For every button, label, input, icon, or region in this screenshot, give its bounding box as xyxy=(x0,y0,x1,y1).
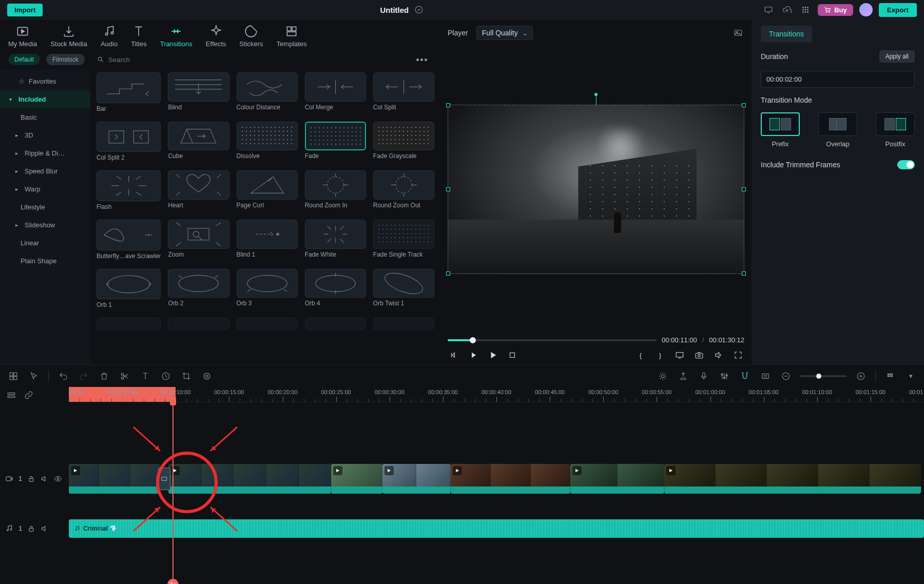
tab-stickers[interactable]: Stickers xyxy=(239,25,263,48)
mark-out-icon[interactable]: } xyxy=(654,349,666,361)
sidebar-item-included[interactable]: ▾Included xyxy=(0,90,90,108)
stop-button[interactable] xyxy=(506,349,518,361)
second-monitor-icon[interactable] xyxy=(673,349,686,361)
sidebar-item-warp[interactable]: ▸Warp xyxy=(0,180,90,198)
track-manager-icon[interactable] xyxy=(5,389,17,401)
render-icon[interactable] xyxy=(657,370,669,382)
grid-menu-icon[interactable] xyxy=(799,4,812,16)
transition-fade[interactable]: Fade xyxy=(305,122,366,162)
tab-transitions[interactable]: Transitions xyxy=(160,25,192,48)
transition-col-merge[interactable]: Col Merge xyxy=(305,72,366,112)
audio-mixer-icon[interactable] xyxy=(718,370,730,382)
snapshot-icon[interactable] xyxy=(693,349,705,361)
prev-frame-button[interactable] xyxy=(448,349,460,361)
layout-icon[interactable] xyxy=(7,370,20,382)
avatar[interactable] xyxy=(859,3,873,16)
tab-titles[interactable]: Titles xyxy=(131,25,147,48)
video-clip-6[interactable]: ▶ xyxy=(570,464,664,494)
preview-frame[interactable] xyxy=(448,105,744,274)
video-track[interactable]: ▶ ▶ ▶ ▶ ▶ ▶ ▶ xyxy=(69,454,924,503)
zoom-out-icon[interactable] xyxy=(780,370,792,382)
transition-orb-4[interactable]: Orb 4 xyxy=(305,269,366,309)
pointer-icon[interactable] xyxy=(28,370,40,382)
mute-icon[interactable] xyxy=(41,524,49,533)
marker-icon[interactable] xyxy=(677,370,689,382)
zoom-in-icon[interactable] xyxy=(855,370,867,382)
video-track-header[interactable]: 1 xyxy=(0,454,69,503)
transition-bar[interactable]: Bar xyxy=(97,72,161,112)
video-clip-2[interactable]: ▶ xyxy=(168,464,331,494)
cloud-upload-icon[interactable] xyxy=(781,4,793,16)
apply-all-button[interactable]: Apply all xyxy=(879,50,915,63)
video-clip-3[interactable]: ▶ xyxy=(331,464,382,494)
volume-icon[interactable] xyxy=(713,349,725,361)
video-clip-1[interactable]: ▶ xyxy=(69,464,160,494)
import-button[interactable]: Import xyxy=(7,4,43,16)
resize-handle-bl[interactable] xyxy=(446,271,450,276)
transition-butterfly[interactable]: Butterfly…ave Scrawler xyxy=(97,220,161,260)
transition-partial-3[interactable] xyxy=(237,318,298,330)
transition-round-zoom-in[interactable]: Round Zoom In xyxy=(305,170,366,210)
sidebar-item-plain-shape[interactable]: Plain Shape xyxy=(0,252,90,270)
library-more-icon[interactable] xyxy=(416,59,432,61)
transition-blind-1[interactable]: Blind 1 xyxy=(237,220,298,260)
speed-icon[interactable] xyxy=(160,370,172,382)
track-size-icon[interactable] xyxy=(884,370,896,382)
include-trimmed-toggle[interactable] xyxy=(897,160,915,169)
next-frame-button[interactable] xyxy=(487,349,499,361)
audio-clip-criminal[interactable]: Criminal 💎 xyxy=(69,519,924,538)
search-input[interactable] xyxy=(108,56,201,64)
transition-marker[interactable] xyxy=(158,468,170,490)
sidebar-item-ripple[interactable]: ▸Ripple & Di… xyxy=(0,144,90,162)
buy-button[interactable]: Buy xyxy=(818,4,853,16)
display-icon[interactable] xyxy=(762,4,775,16)
transition-orb-twist-1[interactable]: Orb Twist 1 xyxy=(373,269,434,309)
sidebar-item-lifestyle[interactable]: Lifestyle xyxy=(0,198,90,216)
sidebar-item-basic[interactable]: Basic xyxy=(0,108,90,126)
resize-handle-br[interactable] xyxy=(742,271,746,276)
tab-stock-media[interactable]: Stock Media xyxy=(50,25,87,48)
split-icon[interactable] xyxy=(119,370,131,382)
transition-orb-3[interactable]: Orb 3 xyxy=(237,269,298,309)
link-icon[interactable] xyxy=(23,389,35,401)
timeline-ruler[interactable]: 00:00:00:0000:00:05:0000:00:10:0000:00:1… xyxy=(69,387,924,402)
track-size-dropdown-icon[interactable]: ▾ xyxy=(904,370,917,382)
sidebar-item-speed-blur[interactable]: ▸Speed Blur xyxy=(0,162,90,180)
mark-in-icon[interactable]: { xyxy=(634,349,647,361)
transition-cube[interactable]: Cube xyxy=(168,122,229,162)
mute-icon[interactable] xyxy=(41,475,49,483)
tab-audio[interactable]: Audio xyxy=(101,25,118,48)
mode-prefix[interactable]: Prefix xyxy=(761,112,800,148)
image-icon[interactable] xyxy=(732,27,744,39)
duration-input[interactable] xyxy=(761,71,915,88)
transition-flash[interactable]: Flash xyxy=(97,170,161,210)
transition-col-split[interactable]: Col Split xyxy=(373,72,434,112)
transition-blind[interactable]: Blind xyxy=(168,72,229,112)
sidebar-item-3d[interactable]: ▸3D xyxy=(0,126,90,144)
tab-effects[interactable]: Effects xyxy=(206,25,226,48)
mode-overlap[interactable]: Overlap xyxy=(818,112,857,148)
transition-partial-2[interactable] xyxy=(168,318,229,330)
transition-orb-2[interactable]: Orb 2 xyxy=(168,269,229,309)
export-button[interactable]: Export xyxy=(879,3,917,17)
subtab-filmstock[interactable]: Filmstock xyxy=(46,54,85,65)
transition-colour-distance[interactable]: Colour Distance xyxy=(237,72,298,112)
text-tool-icon[interactable] xyxy=(139,370,151,382)
playback-slider[interactable] xyxy=(448,339,657,341)
properties-tab-transitions[interactable]: Transitions xyxy=(761,26,812,42)
sidebar-item-slideshow[interactable]: ▸Slideshow xyxy=(0,216,90,234)
video-clip-7[interactable]: ▶ xyxy=(664,464,921,494)
undo-icon[interactable] xyxy=(57,370,69,382)
lock-icon[interactable] xyxy=(27,524,35,533)
color-icon[interactable] xyxy=(201,370,213,382)
video-clip-5[interactable]: ▶ xyxy=(451,464,570,494)
transition-orb-1[interactable]: Orb 1 xyxy=(97,269,161,309)
snap-icon[interactable] xyxy=(739,370,751,382)
crop-icon[interactable] xyxy=(180,370,192,382)
transition-partial-5[interactable] xyxy=(373,318,434,330)
record-voiceover-icon[interactable] xyxy=(698,370,710,382)
transition-round-zoom-out[interactable]: Round Zoom Out xyxy=(373,170,434,210)
subtab-default[interactable]: Default xyxy=(8,54,40,65)
mode-postfix[interactable]: Postfix xyxy=(876,112,915,148)
sidebar-item-favorites[interactable]: ☆ Favorites xyxy=(0,72,90,90)
